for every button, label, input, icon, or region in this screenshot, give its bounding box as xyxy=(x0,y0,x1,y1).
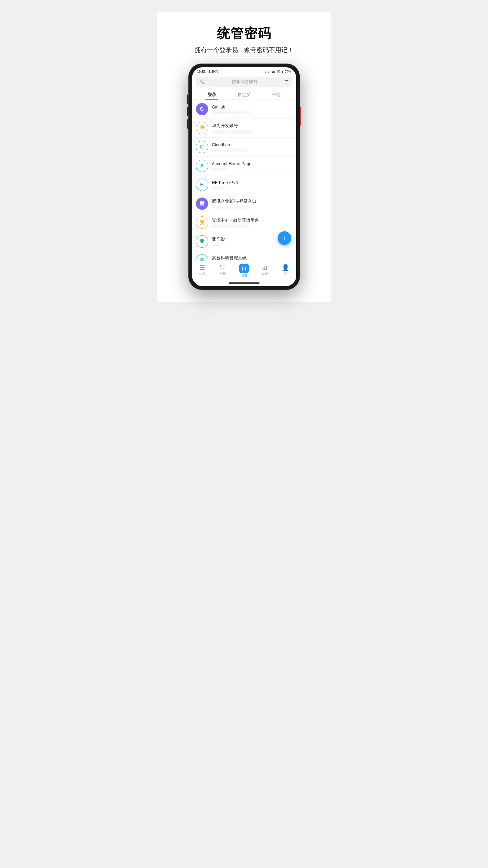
battery-percent: 79% xyxy=(285,70,291,73)
phone-icon: ☎ xyxy=(271,70,275,73)
tab-login[interactable]: 登录 xyxy=(196,90,228,99)
network-icon: 4G xyxy=(276,70,281,73)
account-item[interactable]: HHE Free IPv6xxxxxxxx⋮ xyxy=(192,176,296,194)
account-item[interactable]: 华华为开发账号xxxxxxxxxx xxxxxxxxxxxxxx⋮ xyxy=(192,119,296,137)
nav-label: 发现 xyxy=(262,272,268,276)
account-item[interactable]: 资资源中心 - 微信开放平台xxxxxxxxxxxxxxxx xxxxx⋮ xyxy=(192,213,296,232)
more-button[interactable]: ⋮ xyxy=(285,124,292,132)
more-button[interactable]: ⋮ xyxy=(285,256,292,261)
account-item[interactable]: AAccount Home Pagexxxxxxxxx⋮ xyxy=(192,157,296,176)
account-info: HE Free IPv6xxxxxxxx xyxy=(212,180,282,190)
account-detail: xxxxxxxxxxxxxxxx xxxxx xyxy=(212,224,282,228)
nav-icon: ⊞ xyxy=(262,264,267,271)
account-avatar: C xyxy=(196,141,208,153)
account-avatar: 资 xyxy=(196,216,208,229)
status-bar: 19:51 | 1.8K/s ℽ ◎ ☎ 4G ▮ 79% xyxy=(192,67,296,75)
account-name: 腾讯企业邮箱-登录入口 xyxy=(212,199,282,204)
phone-frame: 19:51 | 1.8K/s ℽ ◎ ☎ 4G ▮ 79% 🔍 搜索登录账号 ☰ xyxy=(188,64,300,290)
more-button[interactable]: ⋮ xyxy=(285,143,292,151)
search-bar[interactable]: 🔍 搜索登录账号 ☰ xyxy=(196,76,292,87)
account-name: Cloudflare xyxy=(212,142,282,147)
account-name: 资源中心 - 微信开放平台 xyxy=(212,218,282,223)
page-wrapper: 统管密码 拥有一个登录易，账号密码不用记！ 19:51 | 1.8K/s ℽ ◎… xyxy=(157,12,331,302)
search-placeholder: 搜索登录账号 xyxy=(207,79,282,85)
home-indicator-bar xyxy=(229,282,260,284)
phone-screen: 19:51 | 1.8K/s ℽ ◎ ☎ 4G ▮ 79% 🔍 搜索登录账号 ☰ xyxy=(192,67,296,286)
account-avatar: A xyxy=(196,160,208,172)
account-detail: xxxxxxxx xxxxxxxx xxxx xyxy=(212,148,282,152)
account-name: 亚马逊 xyxy=(212,237,282,242)
account-avatar: 亚 xyxy=(196,235,208,248)
nav-label: 账号 xyxy=(199,272,205,276)
account-info: Account Home Pagexxxxxxxxx xyxy=(212,161,282,171)
account-avatar: G xyxy=(196,103,208,115)
account-item[interactable]: CCloudflarexxxxxxxx xxxxxxxx xxxx⋮ xyxy=(192,137,296,157)
hero-title: 统管密码 xyxy=(217,25,271,42)
tab-bar: 登录 自定义 钱包 xyxy=(192,90,296,100)
account-detail: xxxxxxxxxx xxxxxxxxxxxxxx xyxy=(212,130,282,133)
nav-item-发现[interactable]: ⊞发现 xyxy=(254,263,275,279)
tab-wallet[interactable]: 钱包 xyxy=(260,90,292,99)
account-detail: xxxxxxxx xyxy=(212,186,282,190)
hero-subtitle: 拥有一个登录易，账号密码不用记！ xyxy=(195,46,294,54)
nav-icon: 👤 xyxy=(282,264,289,271)
search-icon: 🔍 xyxy=(199,80,205,84)
more-button[interactable]: ⋮ xyxy=(285,162,292,170)
nav-item-验证[interactable]: 🛡验证 xyxy=(213,263,234,279)
account-info: 高校科研管理系统xxxxxxx xxxxx xyxy=(212,255,282,261)
account-name: Account Home Page xyxy=(212,161,282,166)
fab-add-button[interactable]: + xyxy=(278,231,291,245)
filter-icon[interactable]: ☰ xyxy=(285,80,289,84)
account-name: HE Free IPv6 xyxy=(212,180,282,185)
account-avatar: 腾 xyxy=(196,197,208,210)
account-name: 华为开发账号 xyxy=(212,123,282,129)
account-detail: xxxxx xyxy=(212,243,282,247)
home-indicator xyxy=(192,280,296,286)
bluetooth-icon: ℽ xyxy=(264,70,266,73)
account-avatar: 高 xyxy=(196,254,208,261)
status-time: 19:51 | 1.8K/s xyxy=(197,70,219,73)
nav-item-我[interactable]: 👤我 xyxy=(275,263,296,279)
battery-icon: ▮ xyxy=(282,70,284,73)
screen-content: GGitHubxxxx@example.com xxxx⋮华华为开发账号xxxx… xyxy=(192,100,296,261)
account-name: 高校科研管理系统 xyxy=(212,255,282,261)
account-info: 亚马逊xxxxx xyxy=(212,237,282,247)
account-item[interactable]: GGitHubxxxx@example.com xxxx⋮ xyxy=(192,100,296,119)
account-info: 腾讯企业邮箱-登录入口xxxxxxxxxxxxxxxxxx xxxx xyxy=(212,199,282,209)
account-info: 华为开发账号xxxxxxxxxx xxxxxxxxxxxxxx xyxy=(212,123,282,133)
nav-item-账号[interactable]: ☰账号 xyxy=(192,263,213,279)
nav-home-icon: ⊡ xyxy=(239,264,249,273)
account-detail: xxxxxxxxx xyxy=(212,167,282,171)
account-name: GitHub xyxy=(212,104,282,110)
account-item[interactable]: 腾腾讯企业邮箱-登录入口xxxxxxxxxxxxxxxxxx xxxx⋮ xyxy=(192,194,296,213)
account-info: GitHubxxxx@example.com xxxx xyxy=(212,104,282,114)
nav-label: 首页 xyxy=(241,274,247,278)
account-avatar: H xyxy=(196,179,208,191)
more-button[interactable]: ⋮ xyxy=(285,199,292,208)
account-avatar: 华 xyxy=(196,122,208,134)
tab-custom[interactable]: 自定义 xyxy=(228,90,260,99)
account-info: Cloudflarexxxxxxxx xxxxxxxx xxxx xyxy=(212,142,282,152)
nav-item-首页[interactable]: ⊡首页 xyxy=(234,263,254,279)
more-button[interactable]: ⋮ xyxy=(285,105,292,114)
account-detail: xxxxxxxxxxxxxxxxxx xxxx xyxy=(212,205,282,209)
more-button[interactable]: ⋮ xyxy=(285,219,292,227)
status-icons: ℽ ◎ ☎ 4G ▮ 79% xyxy=(264,70,291,73)
account-info: 资源中心 - 微信开放平台xxxxxxxxxxxxxxxx xxxxx xyxy=(212,218,282,228)
nav-icon: 🛡 xyxy=(220,264,226,271)
account-item[interactable]: 高高校科研管理系统xxxxxxx xxxxx⋮ xyxy=(192,251,296,261)
nav-label: 我 xyxy=(284,272,287,276)
nav-label: 验证 xyxy=(220,272,226,276)
more-button[interactable]: ⋮ xyxy=(285,181,292,189)
account-detail: xxxx@example.com xxxx xyxy=(212,111,282,114)
bottom-nav: ☰账号🛡验证⊡首页⊞发现👤我 xyxy=(192,261,296,280)
signal-icon: ◎ xyxy=(267,70,270,73)
nav-icon: ☰ xyxy=(199,264,205,271)
